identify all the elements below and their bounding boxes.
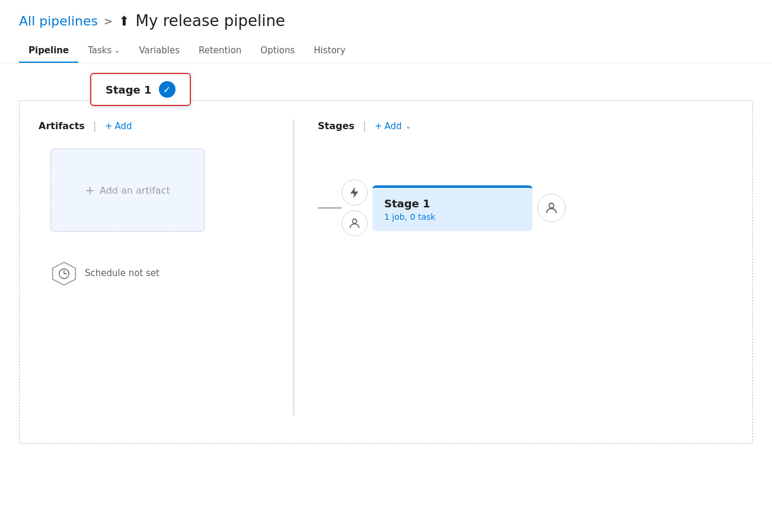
stage-left-icons [342,180,368,236]
artifacts-separator: | [93,120,97,132]
stages-section: Stages | + Add ⌄ [294,120,733,416]
artifacts-section: Artifacts | + Add + Add an artifact [39,120,294,416]
schedule-label: Schedule not set [85,268,159,280]
tab-tasks[interactable]: Tasks ⌄ [78,39,129,63]
tab-variables[interactable]: Variables [129,39,189,63]
plus-icon: + [375,121,382,132]
artifacts-title: Artifacts [39,120,85,132]
svg-point-4 [352,219,356,223]
stages-header: Stages | + Add ⌄ [318,120,733,132]
stage-meta: 1 job, 0 task [384,212,521,222]
chevron-down-icon: ⌄ [114,46,120,55]
post-deployment-icon[interactable] [537,194,566,222]
artifacts-header: Artifacts | + Add [39,120,294,132]
tab-history[interactable]: History [304,39,355,63]
add-artifact-box[interactable]: + Add an artifact [50,149,205,232]
connector [318,207,342,209]
pre-deployment-icon[interactable] [342,210,368,236]
check-icon: ✓ [159,81,176,98]
tab-retention[interactable]: Retention [189,39,251,63]
tab-options[interactable]: Options [251,39,304,63]
pipeline-canvas: Artifacts | + Add + Add an artifact [19,100,753,444]
all-pipelines-link[interactable]: All pipelines [19,14,98,28]
breadcrumb-separator: > [104,15,113,27]
add-stage-button[interactable]: + Add ⌄ [375,121,411,132]
add-artifact-label: Add an artifact [100,185,170,196]
canvas-sections: Artifacts | + Add + Add an artifact [39,120,733,416]
add-artifact-button[interactable]: + Add [105,121,132,132]
pipeline-icon: ⬆ [119,14,129,28]
stage-name: Stage 1 [384,197,521,210]
stages-title: Stages [318,120,355,132]
tab-pipeline[interactable]: Pipeline [19,39,78,63]
stage-popup-label: Stage 1 [106,84,152,96]
stage-card-area: Stage 1 1 job, 0 task [318,180,733,236]
pipeline-title: ⬆ My release pipeline [119,12,285,30]
nav-tabs: Pipeline Tasks ⌄ Variables Retention Opt… [0,39,772,63]
plus-icon: + [105,121,113,132]
stages-separator: | [363,120,366,132]
stage-popup[interactable]: Stage 1 ✓ [90,73,191,106]
stage-card-inner: Stage 1 1 job, 0 task [372,188,532,231]
connector-line-left [318,207,342,209]
svg-point-5 [549,203,554,208]
stage-card[interactable]: Stage 1 1 job, 0 task [372,185,532,231]
page-header: All pipelines > ⬆ My release pipeline [0,0,772,30]
artifact-add-inner: + Add an artifact [85,183,170,197]
lightning-icon[interactable] [342,180,368,206]
breadcrumb: All pipelines > ⬆ My release pipeline [19,12,753,30]
main-content: Stage 1 ✓ Artifacts | + Add + Add an [0,63,772,463]
schedule-widget[interactable]: Schedule not set [50,260,294,287]
chevron-down-icon: ⌄ [406,122,411,130]
plus-icon: + [85,183,95,197]
schedule-icon [50,260,78,287]
